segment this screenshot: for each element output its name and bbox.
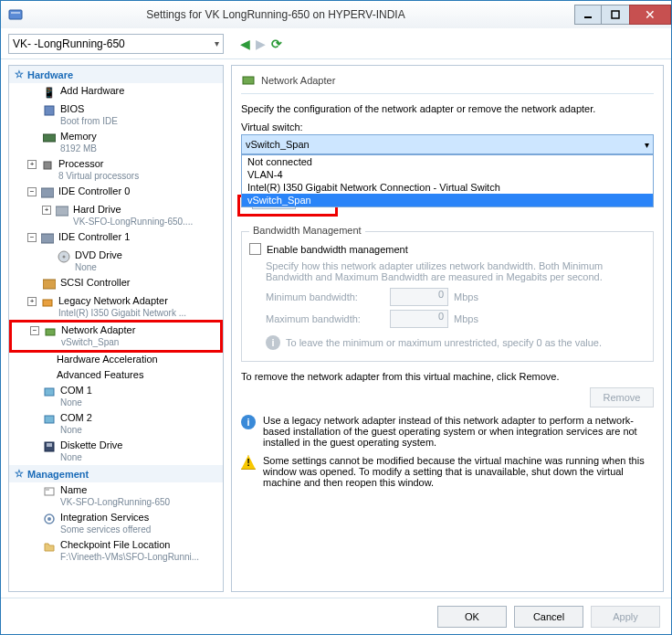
- bandwidth-group: Bandwidth Management Enable bandwidth ma…: [241, 231, 654, 362]
- svg-point-11: [63, 256, 66, 259]
- warning-icon: !: [241, 455, 256, 470]
- svg-rect-19: [45, 488, 54, 495]
- controller-icon: [40, 231, 55, 246]
- vswitch-option[interactable]: VLAN-4: [242, 168, 653, 181]
- disc-icon: [57, 249, 71, 264]
- vswitch-option[interactable]: Intel(R) I350 Gigabit Network Connection…: [242, 181, 653, 194]
- vswitch-selected: vSwitch_Span: [246, 139, 310, 150]
- add-icon: 📱: [42, 85, 57, 100]
- vswitch-combo[interactable]: vSwitch_Span ▾ Not connected VLAN-4 Inte…: [241, 134, 654, 154]
- panel-intro: Specify the configuration of the network…: [241, 103, 654, 114]
- window-icon: [8, 7, 23, 22]
- nav-scsi[interactable]: SCSI Controller: [9, 275, 223, 293]
- remove-button: Remove: [590, 387, 654, 407]
- bw-max-input: 0: [390, 310, 448, 328]
- titlebar: Settings for VK LongRunning-650 on HYPER…: [1, 1, 671, 28]
- cancel-button[interactable]: Cancel: [514, 606, 583, 628]
- panel-title: Network Adapter: [261, 75, 335, 86]
- info-icon: i: [266, 335, 280, 350]
- nav-legacy-network[interactable]: +Legacy Network AdapterIntel(R) I350 Gig…: [9, 293, 223, 321]
- nav-memory[interactable]: Memory8192 MB: [9, 129, 223, 156]
- bandwidth-enable-label: Enable bandwidth management: [267, 244, 408, 255]
- remove-text: To remove the network adapter from this …: [241, 371, 654, 382]
- expand-icon[interactable]: +: [27, 160, 37, 169]
- expand-icon[interactable]: +: [42, 206, 51, 215]
- bandwidth-enable-checkbox[interactable]: [249, 243, 261, 255]
- nav-integration[interactable]: Integration ServicesSome services offere…: [9, 510, 223, 537]
- bw-tip: To leave the minimum or maximum unrestri…: [286, 337, 602, 348]
- chevron-down-icon: ▾: [215, 38, 219, 48]
- bw-max-label: Maximum bandwidth:: [266, 313, 384, 324]
- nav-ide1[interactable]: −IDE Controller 1: [9, 229, 223, 248]
- ok-button[interactable]: OK: [437, 606, 507, 628]
- bandwidth-desc: Specify how this network adapter utilize…: [266, 260, 646, 282]
- nav-com1[interactable]: COM 1None: [9, 383, 223, 410]
- bw-min-input: 0: [390, 288, 448, 306]
- nav-name[interactable]: NameVK-SFO-LongRunning-650: [9, 482, 223, 510]
- svg-rect-12: [43, 280, 56, 289]
- forward-button: ▶: [256, 37, 266, 51]
- chevron-down-icon: ▾: [645, 140, 649, 150]
- detail-panel: Network Adapter Specify the configuratio…: [231, 65, 664, 592]
- network-icon: [40, 295, 55, 310]
- cpu-icon: [40, 158, 55, 173]
- warning-running-vm: Some settings cannot be modified because…: [263, 455, 654, 488]
- svg-rect-8: [56, 206, 68, 216]
- nav-ide0[interactable]: −IDE Controller 0: [9, 184, 223, 202]
- svg-rect-6: [44, 162, 51, 169]
- chip-icon: [42, 103, 57, 118]
- dialog-buttons: OK Cancel Apply: [1, 598, 671, 634]
- minimize-button[interactable]: [574, 5, 602, 25]
- settings-window: Settings for VK LongRunning-650 on HYPER…: [0, 0, 672, 635]
- bw-unit: Mbps: [454, 291, 478, 302]
- section-hardware[interactable]: ☆ Hardware: [9, 66, 223, 83]
- nav-com2[interactable]: COM 2None: [9, 410, 223, 438]
- maximize-button[interactable]: [602, 5, 629, 25]
- nav-tree: ☆ Hardware 📱Add Hardware BIOSBoot from I…: [8, 65, 224, 592]
- network-icon: [43, 324, 58, 339]
- svg-rect-15: [45, 388, 54, 396]
- nav-diskette[interactable]: Diskette DriveNone: [9, 438, 223, 465]
- window-title: Settings for VK LongRunning-650 on HYPER…: [23, 8, 574, 21]
- section-collapse-icon: ☆: [15, 69, 24, 80]
- nav-processor[interactable]: +Processor8 Virtual processors: [9, 156, 223, 184]
- nav-hw-acceleration[interactable]: Hardware Acceleration: [9, 352, 223, 367]
- vswitch-option[interactable]: Not connected: [242, 155, 653, 168]
- svg-rect-13: [43, 300, 52, 306]
- scsi-icon: [42, 277, 57, 291]
- svg-rect-3: [612, 11, 619, 18]
- nav-advanced-features[interactable]: Advanced Features: [9, 367, 223, 383]
- close-button[interactable]: ✕: [629, 5, 671, 25]
- svg-rect-18: [47, 443, 52, 447]
- collapse-icon[interactable]: −: [30, 326, 39, 335]
- port-icon: [42, 385, 57, 399]
- bw-unit: Mbps: [454, 313, 478, 324]
- svg-rect-16: [45, 416, 54, 423]
- info-icon: i: [241, 415, 256, 429]
- nav-add-hardware[interactable]: 📱Add Hardware: [9, 83, 223, 101]
- nav-network-adapter[interactable]: −Network AdaptervSwitch_Span: [12, 323, 220, 350]
- svg-rect-5: [43, 134, 56, 142]
- port-icon: [42, 412, 57, 427]
- nav-checkpoint[interactable]: Checkpoint File LocationF:\Vineeth-VMs\S…: [9, 537, 223, 565]
- network-adapter-icon: [241, 73, 256, 88]
- floppy-icon: [42, 439, 57, 454]
- vswitch-option-selected[interactable]: vSwitch_Span: [242, 194, 653, 206]
- info-legacy-adapter: Use a legacy network adapter instead of …: [263, 415, 654, 448]
- group-title: Bandwidth Management: [249, 225, 365, 236]
- name-icon: [42, 484, 57, 499]
- collapse-icon[interactable]: −: [27, 187, 37, 196]
- bw-min-label: Minimum bandwidth:: [266, 291, 384, 302]
- nav-bios[interactable]: BIOSBoot from IDE: [9, 101, 223, 129]
- controller-icon: [40, 185, 55, 200]
- section-management[interactable]: ☆ Management: [9, 465, 223, 482]
- collapse-icon[interactable]: −: [27, 233, 37, 242]
- nav-hard-drive[interactable]: +Hard DriveVK-SFO-LongRunning-650....: [9, 202, 223, 229]
- refresh-button[interactable]: ⟳: [271, 37, 282, 51]
- expand-icon[interactable]: +: [27, 297, 37, 306]
- back-button[interactable]: ◀: [240, 37, 250, 51]
- nav-dvd-drive[interactable]: DVD DriveNone: [9, 248, 223, 275]
- toolbar: VK- -LongRunning-650 ▾ ◀ ▶ ⟳: [1, 28, 671, 59]
- section-collapse-icon: ☆: [15, 468, 24, 480]
- vm-selector[interactable]: VK- -LongRunning-650 ▾: [8, 34, 224, 54]
